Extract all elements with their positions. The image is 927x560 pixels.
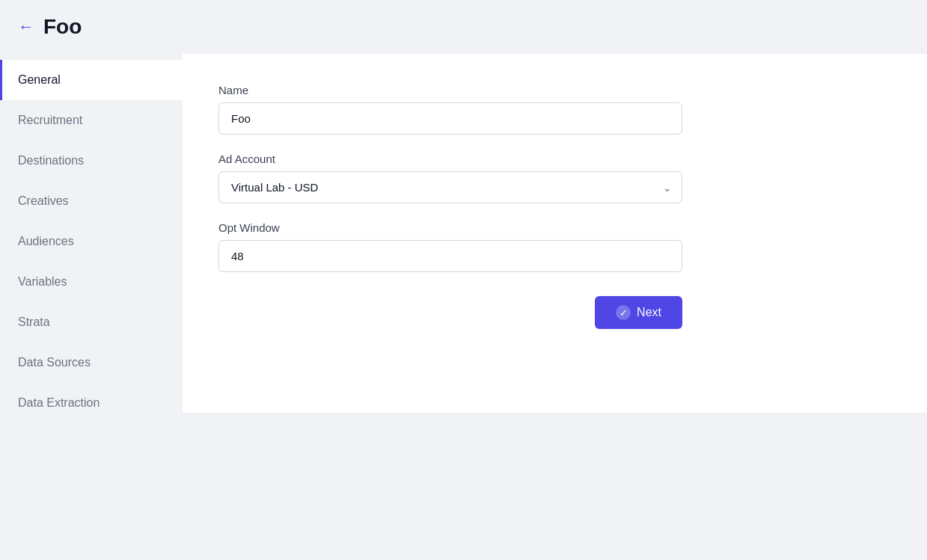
back-button[interactable]: ← [18,17,34,37]
name-field-group: Name [218,84,891,135]
opt-window-label: Opt Window [218,221,891,234]
sidebar-item-variables[interactable]: Variables [0,262,183,302]
opt-window-input[interactable] [218,240,682,272]
sidebar-item-data-sources[interactable]: Data Sources [0,342,183,383]
page-title: Foo [43,15,82,39]
sidebar-item-label: General [18,73,61,87]
sidebar-item-label: Recruitment [18,114,82,127]
next-check-icon: ✓ [616,305,631,320]
next-label: Next [637,306,661,319]
sidebar-item-data-extraction[interactable]: Data Extraction [0,383,183,423]
sidebar-item-label: Data Extraction [18,396,100,410]
back-icon: ← [18,17,34,37]
next-button[interactable]: ✓ Next [595,296,682,329]
name-input[interactable] [218,102,682,135]
page-header: ← Foo [0,0,927,54]
sidebar-item-label: Audiences [18,235,74,248]
sidebar: General Recruitment Destinations Creativ… [0,54,183,560]
sidebar-item-general[interactable]: General [0,60,183,100]
form-card: Name Ad Account Virtual Lab - USD ⌄ Opt … [183,54,927,413]
ad-account-field-group: Ad Account Virtual Lab - USD ⌄ [218,153,891,203]
sidebar-item-creatives[interactable]: Creatives [0,181,183,221]
content-area: Name Ad Account Virtual Lab - USD ⌄ Opt … [183,54,927,560]
sidebar-item-recruitment[interactable]: Recruitment [0,100,183,141]
sidebar-item-label: Destinations [18,154,84,167]
sidebar-item-label: Variables [18,275,67,289]
opt-window-field-group: Opt Window [218,221,891,272]
name-label: Name [218,84,891,96]
ad-account-select-wrapper: Virtual Lab - USD ⌄ [218,171,682,203]
main-layout: General Recruitment Destinations Creativ… [0,54,927,560]
ad-account-label: Ad Account [218,153,891,165]
ad-account-select[interactable]: Virtual Lab - USD [218,171,682,203]
sidebar-item-label: Strata [18,316,50,329]
sidebar-item-audiences[interactable]: Audiences [0,221,183,262]
sidebar-item-label: Data Sources [18,356,91,369]
sidebar-item-strata[interactable]: Strata [0,302,183,342]
sidebar-item-destinations[interactable]: Destinations [0,141,183,181]
form-actions: ✓ Next [218,296,682,329]
sidebar-item-label: Creatives [18,194,69,208]
